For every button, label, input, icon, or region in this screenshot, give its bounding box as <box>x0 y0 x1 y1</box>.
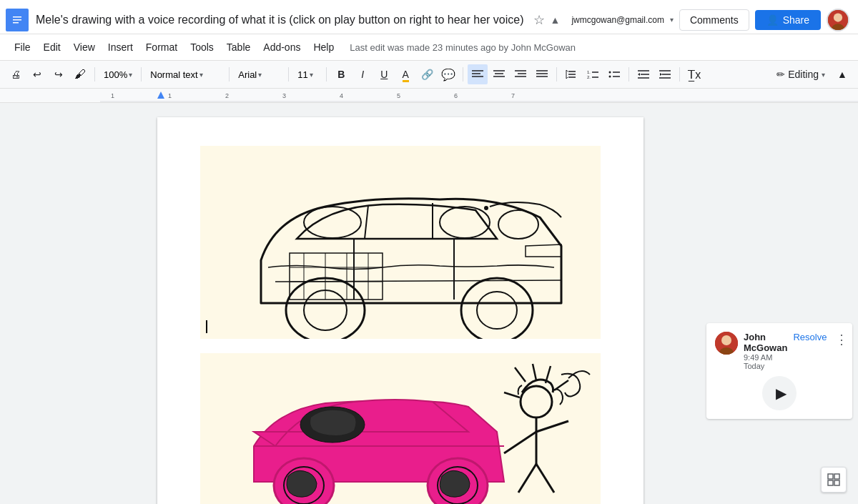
dropdown-arrow[interactable]: ▾ <box>670 16 674 24</box>
app-icon <box>6 9 29 31</box>
collapse-toolbar-button[interactable]: ▲ <box>832 64 852 84</box>
menu-file[interactable]: File <box>9 39 36 56</box>
increase-indent-button[interactable] <box>655 64 675 84</box>
expand-icon[interactable] <box>821 467 847 493</box>
menu-addons[interactable]: Add-ons <box>257 39 306 56</box>
svg-rect-78 <box>828 474 833 479</box>
undo-button[interactable]: ↩ <box>27 64 47 84</box>
svg-point-63 <box>484 206 488 210</box>
first-drawing[interactable] <box>200 146 601 339</box>
style-chevron: ▾ <box>199 71 203 79</box>
menu-format[interactable]: Format <box>140 39 183 56</box>
text-color-button[interactable]: A <box>395 64 415 84</box>
print-button[interactable]: 🖨 <box>6 64 26 84</box>
comments-button[interactable]: Comments <box>679 9 749 31</box>
svg-text:2.: 2. <box>587 75 591 79</box>
separator-7 <box>556 67 557 81</box>
clear-format-button[interactable]: T̲x <box>684 64 704 84</box>
title-bar: Mele's drawing with a voice recording of… <box>0 0 858 34</box>
pencil-icon: ✏ <box>776 69 785 80</box>
svg-marker-45 <box>157 92 164 99</box>
align-right-button[interactable] <box>511 64 531 84</box>
main-area: John McGowan 9:49 AM Today Resolve ⋮ ▶ <box>0 103 858 504</box>
fontsize-dropdown[interactable]: 11 ▾ <box>293 68 322 81</box>
separator-2 <box>141 67 142 81</box>
share-label: Share <box>783 14 809 26</box>
svg-point-26 <box>609 71 611 74</box>
comment-button[interactable]: 💬 <box>438 64 458 84</box>
share-button[interactable]: 👤 Share <box>755 10 821 30</box>
star-icon[interactable]: ☆ <box>533 12 545 28</box>
svg-rect-79 <box>834 474 839 479</box>
align-center-button[interactable] <box>489 64 509 84</box>
toolbar: 🖨 ↩ ↪ 🖌 100% ▾ Normal text ▾ Arial ▾ 11 … <box>0 60 858 89</box>
drive-icon[interactable]: ▲ <box>551 14 561 26</box>
redo-button[interactable]: ↪ <box>49 64 69 84</box>
svg-line-72 <box>536 421 568 432</box>
style-value: Normal text <box>150 69 197 80</box>
link-button[interactable]: 🔗 <box>417 64 437 84</box>
svg-line-73 <box>518 464 536 493</box>
decrease-indent-button[interactable] <box>633 64 654 84</box>
editing-chevron: ▾ <box>822 71 825 79</box>
share-icon: 👤 <box>766 14 779 26</box>
align-justify-button[interactable] <box>532 64 552 84</box>
bold-button[interactable]: B <box>331 64 351 84</box>
line-spacing-button[interactable] <box>561 64 581 84</box>
user-email: jwmcgowan@gmail.com <box>571 15 664 25</box>
fontsize-chevron: ▾ <box>310 71 313 79</box>
svg-line-46 <box>365 205 368 239</box>
svg-point-69 <box>521 386 552 417</box>
align-left-button[interactable] <box>468 64 488 84</box>
italic-button[interactable]: I <box>352 64 373 84</box>
doc-page[interactable] <box>157 117 644 504</box>
editing-mode-label: Editing <box>788 69 819 80</box>
menu-view[interactable]: View <box>68 39 101 56</box>
ruler-content: 1 1 2 3 4 5 6 7 <box>100 89 858 102</box>
menu-insert[interactable]: Insert <box>102 39 139 56</box>
text-cursor <box>206 320 207 333</box>
menu-edit[interactable]: Edit <box>38 39 66 56</box>
separator-4 <box>288 67 289 81</box>
comment-more-icon[interactable]: ⋮ <box>835 332 848 347</box>
play-icon: ▶ <box>776 385 786 402</box>
svg-point-27 <box>609 76 611 78</box>
menu-table[interactable]: Table <box>221 39 256 56</box>
zoom-dropdown[interactable]: 100% ▾ <box>99 68 137 81</box>
svg-text:5: 5 <box>397 92 400 99</box>
document-area[interactable] <box>100 103 701 504</box>
menu-tools[interactable]: Tools <box>184 39 220 56</box>
play-button[interactable]: ▶ <box>762 376 797 410</box>
paint-format-button[interactable]: 🖌 <box>70 64 90 84</box>
second-drawing[interactable] <box>200 353 601 504</box>
comment-header: John McGowan 9:49 AM Today Resolve ⋮ <box>715 332 844 370</box>
underline-button[interactable]: U <box>374 64 394 84</box>
svg-point-48 <box>304 207 361 238</box>
svg-rect-80 <box>828 480 833 485</box>
font-chevron: ▾ <box>258 71 262 79</box>
svg-rect-3 <box>13 22 19 24</box>
doc-title: Mele's drawing with a voice recording of… <box>36 14 525 26</box>
numbered-list-button[interactable]: 1. 2. <box>583 64 603 84</box>
svg-rect-2 <box>13 19 21 21</box>
menu-help[interactable]: Help <box>307 39 340 56</box>
font-dropdown[interactable]: Arial ▾ <box>234 68 284 81</box>
bullet-list-button[interactable] <box>604 64 624 84</box>
last-edit-info: Last edit was made 23 minutes ago by Joh… <box>350 42 576 53</box>
svg-text:1.: 1. <box>587 70 591 74</box>
svg-text:1: 1 <box>111 92 114 99</box>
svg-point-50 <box>498 210 538 239</box>
editing-mode-dropdown[interactable]: ✏ Editing ▾ <box>771 66 831 83</box>
svg-line-74 <box>536 464 554 493</box>
style-dropdown[interactable]: Normal text ▾ <box>146 68 225 81</box>
svg-text:2: 2 <box>225 92 229 99</box>
svg-rect-1 <box>13 16 21 18</box>
font-value: Arial <box>238 69 257 80</box>
title-actions: ☆ ▲ <box>533 12 561 28</box>
svg-point-53 <box>461 278 533 339</box>
separator-1 <box>94 67 95 81</box>
separator-8 <box>628 67 629 81</box>
user-area: jwmcgowan@gmail.com ▾ Comments 👤 Share <box>571 9 849 31</box>
resolve-button[interactable]: Resolve <box>793 332 827 342</box>
separator-3 <box>229 67 230 81</box>
